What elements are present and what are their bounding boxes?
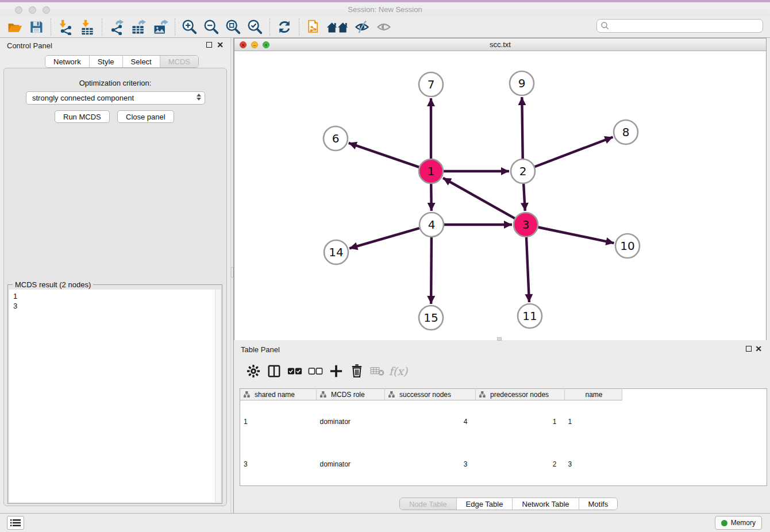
horizontal-splitter-handle[interactable]: [497, 337, 502, 341]
zoom-selected-button[interactable]: [244, 17, 266, 37]
delete-table-button[interactable]: [367, 361, 388, 381]
save-session-button[interactable]: [25, 17, 47, 37]
tab-network-table[interactable]: Network Table: [513, 498, 579, 510]
table-row[interactable]: 3dominator323: [240, 443, 767, 486]
refresh-button[interactable]: [274, 17, 295, 37]
tab-edge-table[interactable]: Edge Table: [457, 498, 513, 510]
home-buttons[interactable]: [325, 17, 351, 37]
function-builder-button[interactable]: f(x): [388, 361, 409, 381]
cell-successor-nodes[interactable]: 3: [385, 443, 476, 486]
clone-network-button[interactable]: [303, 17, 325, 37]
splitter-handle[interactable]: [231, 267, 233, 277]
cell-predecessor-nodes[interactable]: 2: [476, 443, 565, 486]
delete-button[interactable]: [346, 361, 367, 381]
optimization-criterion-select[interactable]: strongly connected component: [26, 91, 205, 105]
tab-network[interactable]: Network: [45, 56, 90, 67]
svg-text:4: 4: [428, 218, 436, 232]
edge-2-8[interactable]: [535, 137, 613, 167]
column-header-successor-nodes[interactable]: successor nodes: [385, 389, 476, 400]
edge-4-14[interactable]: [349, 228, 419, 248]
column-type-icon: [479, 391, 486, 398]
edge-3-11[interactable]: [526, 237, 529, 302]
tab-motifs[interactable]: Motifs: [579, 498, 618, 510]
result-scrollbar[interactable]: [215, 290, 221, 502]
open-file-button[interactable]: [3, 17, 25, 37]
graph-node-3[interactable]: 3: [514, 213, 538, 237]
svg-text:3: 3: [522, 218, 530, 232]
task-history-button[interactable]: [7, 516, 24, 530]
zoom-out-button[interactable]: [201, 17, 222, 37]
edge-4-15[interactable]: [431, 237, 432, 304]
graph-node-14[interactable]: 14: [324, 240, 348, 264]
close-panel-icon[interactable]: ✕: [755, 344, 762, 353]
tab-select[interactable]: Select: [123, 56, 160, 67]
cell-shared-name[interactable]: 1: [240, 400, 317, 444]
toolbar-separator: [299, 18, 299, 36]
import-network-button[interactable]: [55, 17, 76, 37]
cell-name[interactable]: 3: [565, 443, 622, 486]
edge-1-6[interactable]: [349, 143, 419, 167]
chevron-updown-icon: [197, 94, 201, 101]
graph-node-9[interactable]: 9: [510, 71, 534, 95]
zoom-in-button[interactable]: [179, 17, 201, 37]
hide-panels-button[interactable]: [351, 17, 373, 37]
svg-text:15: 15: [424, 311, 438, 325]
network-canvas[interactable]: 7968124314101511: [234, 51, 766, 340]
table-row[interactable]: 1dominator411: [240, 400, 767, 444]
cell-shared-name[interactable]: 3: [240, 443, 317, 486]
cell-mcds-role[interactable]: dominator: [317, 400, 385, 444]
edge-3-10[interactable]: [538, 228, 614, 244]
float-panel-icon[interactable]: [746, 346, 752, 352]
tab-mcds[interactable]: MCDS: [160, 56, 198, 67]
table-settings-button[interactable]: [243, 361, 264, 381]
search-input[interactable]: [610, 22, 763, 30]
column-header-shared-name[interactable]: shared name: [240, 389, 317, 400]
zoom-fit-button[interactable]: [222, 17, 244, 37]
memory-button[interactable]: Memory: [715, 516, 762, 530]
select-all-button[interactable]: [284, 361, 305, 381]
graph-node-1[interactable]: 1: [419, 159, 443, 183]
edge-2-9[interactable]: [522, 97, 522, 159]
edge-1-4[interactable]: [431, 184, 432, 211]
edge-2-3[interactable]: [523, 184, 525, 211]
close-panel-button[interactable]: Close panel: [117, 110, 174, 123]
column-header-predecessor-nodes[interactable]: predecessor nodes: [476, 389, 565, 400]
app-window: Session: New Session: [0, 0, 770, 532]
graph-node-8[interactable]: 8: [614, 120, 638, 144]
save-session-icon: [28, 19, 44, 35]
deselect-all-button[interactable]: [305, 361, 326, 381]
close-panel-icon[interactable]: ✕: [217, 40, 224, 49]
column-header-mcds-role[interactable]: MCDS role: [317, 389, 385, 400]
graph-node-6[interactable]: 6: [324, 126, 348, 151]
cell-mcds-role[interactable]: dominator: [317, 443, 385, 486]
cell-name[interactable]: 1: [565, 400, 622, 444]
graph-node-4[interactable]: 4: [419, 213, 444, 237]
column-header-name[interactable]: name: [565, 389, 622, 400]
memory-label: Memory: [731, 519, 756, 527]
mcds-result-list[interactable]: 1 3: [9, 290, 215, 502]
tab-node-table[interactable]: Node Table: [400, 498, 457, 510]
graph-node-11[interactable]: 11: [518, 304, 542, 328]
cell-successor-nodes[interactable]: 4: [385, 400, 476, 444]
export-table-button[interactable]: [128, 17, 149, 37]
graph-node-7[interactable]: 7: [419, 72, 443, 97]
graph-node-10[interactable]: 10: [615, 234, 640, 258]
open-file-icon: [6, 19, 23, 35]
export-image-button[interactable]: [149, 17, 171, 37]
edge-3-1[interactable]: [443, 178, 515, 218]
show-panels-button[interactable]: [373, 17, 395, 37]
add-column-button[interactable]: [326, 361, 346, 381]
add-icon: [329, 364, 343, 378]
tab-style[interactable]: Style: [90, 56, 123, 67]
run-mcds-button[interactable]: Run MCDS: [55, 110, 110, 123]
export-network-button[interactable]: [106, 17, 128, 37]
graph-node-2[interactable]: 2: [511, 159, 535, 183]
graph-node-15[interactable]: 15: [419, 306, 443, 330]
svg-text:9: 9: [518, 76, 526, 90]
cell-predecessor-nodes[interactable]: 1: [476, 400, 565, 444]
import-table-button[interactable]: [76, 17, 98, 37]
control-panel-title: Control Panel: [7, 41, 52, 50]
split-pane-button[interactable]: [264, 361, 284, 381]
zoom-out-icon: [203, 18, 220, 36]
float-panel-icon[interactable]: [206, 42, 212, 48]
